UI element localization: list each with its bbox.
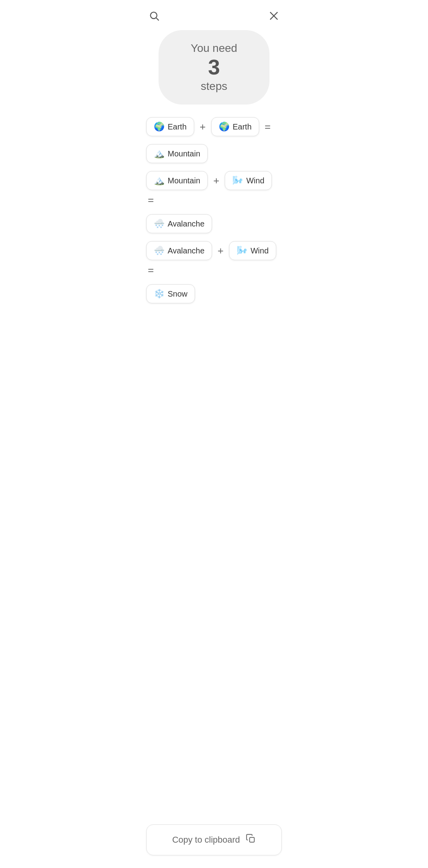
header: [137, 0, 291, 30]
snow-emoji: ❄️: [154, 289, 164, 299]
recipe-container: 🌍 Earth + 🌍 Earth = 🏔️ Mountain 🏔️ Mount…: [137, 117, 291, 305]
recipe-step-1-result: 🏔️ Mountain: [146, 143, 282, 165]
search-button[interactable]: [146, 8, 162, 24]
mountain-label-1: Mountain: [168, 149, 200, 158]
element-chip-earth-2[interactable]: 🌍 Earth: [211, 117, 259, 136]
search-icon: [149, 10, 160, 21]
equals-operator-2: =: [146, 194, 155, 206]
element-chip-avalanche-2[interactable]: 🌨️ Avalanche: [146, 241, 212, 260]
avalanche-label-1: Avalanche: [168, 219, 204, 228]
element-chip-earth-1[interactable]: 🌍 Earth: [146, 117, 194, 136]
steps-badge: You need 3 steps: [159, 30, 269, 105]
element-chip-snow[interactable]: ❄️ Snow: [146, 284, 195, 303]
plus-operator-2: +: [212, 175, 221, 187]
earth-emoji-2: 🌍: [219, 122, 229, 132]
snow-label: Snow: [168, 289, 187, 299]
svg-line-1: [156, 18, 159, 20]
equals-operator-1: =: [263, 121, 272, 133]
avalanche-emoji-2: 🌨️: [154, 246, 164, 256]
recipe-step-3-inputs: 🌨️ Avalanche + 🌬️ Wind =: [146, 241, 282, 276]
earth-emoji-1: 🌍: [154, 122, 164, 132]
earth-label-1: Earth: [168, 122, 187, 131]
svg-point-0: [151, 12, 157, 19]
element-chip-avalanche-1[interactable]: 🌨️ Avalanche: [146, 214, 212, 233]
mountain-label-2: Mountain: [168, 176, 200, 185]
wind-label-1: Wind: [246, 176, 264, 185]
steps-label-text: steps: [182, 79, 246, 93]
avalanche-label-2: Avalanche: [168, 246, 204, 255]
steps-need-text: You need: [182, 41, 246, 55]
wind-emoji-2: 🌬️: [237, 246, 247, 256]
wind-label-2: Wind: [250, 246, 269, 255]
mountain-emoji-2: 🏔️: [154, 175, 164, 186]
wind-emoji-1: 🌬️: [232, 175, 243, 186]
equals-operator-3: =: [146, 264, 155, 276]
earth-label-2: Earth: [233, 122, 252, 131]
element-chip-wind-1[interactable]: 🌬️ Wind: [225, 171, 272, 190]
recipe-step-2-result: 🌨️ Avalanche: [146, 213, 282, 235]
close-button[interactable]: [266, 8, 282, 24]
close-icon: [268, 10, 279, 21]
recipe-step-1-inputs: 🌍 Earth + 🌍 Earth =: [146, 117, 282, 136]
steps-number: 3: [182, 55, 246, 79]
element-chip-mountain-2[interactable]: 🏔️ Mountain: [146, 171, 208, 190]
recipe-step-2-inputs: 🏔️ Mountain + 🌬️ Wind =: [146, 171, 282, 206]
element-chip-mountain-1[interactable]: 🏔️ Mountain: [146, 144, 208, 163]
plus-operator-1: +: [198, 121, 207, 133]
plus-operator-3: +: [216, 245, 225, 257]
recipe-step-3-result: ❄️ Snow: [146, 283, 282, 305]
avalanche-emoji-1: 🌨️: [154, 219, 164, 229]
mountain-emoji-1: 🏔️: [154, 148, 164, 159]
element-chip-wind-2[interactable]: 🌬️ Wind: [229, 241, 276, 260]
